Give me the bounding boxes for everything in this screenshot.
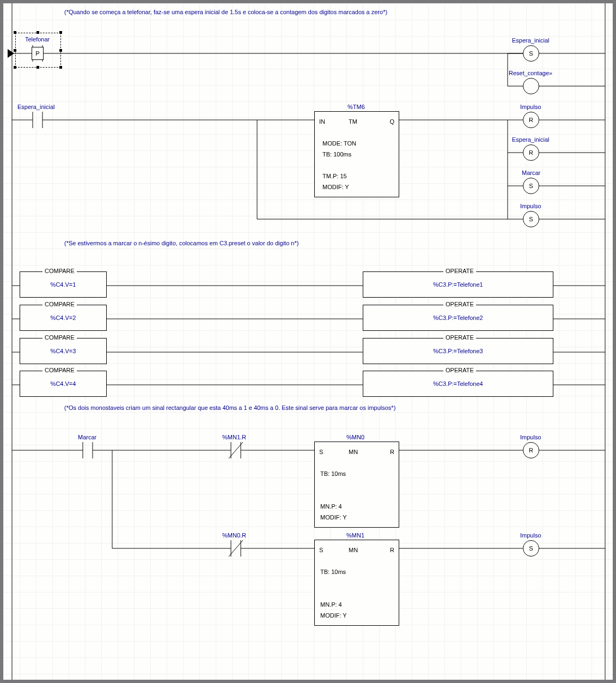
rung-comment-2: (*Se estivermos a marcar o n-ésimo digit…	[64, 240, 298, 246]
coil-set[interactable]: S	[523, 540, 539, 557]
mono-tb: TB: 10ms	[320, 470, 346, 477]
contact-label: Marcar	[78, 434, 96, 440]
compare-expr: %C4.V=4	[51, 380, 76, 387]
compare-block[interactable]: %C4.V=4	[20, 371, 107, 397]
rung-comment-1: (*Quando se começa a telefonar, faz-se u…	[64, 9, 387, 15]
coil-set[interactable]: S	[523, 211, 539, 227]
block-legend: COMPARE	[42, 301, 77, 307]
coil-label: Marcar	[522, 170, 540, 176]
mono-port-r: R	[390, 547, 394, 553]
mono-name: %MN0	[346, 434, 364, 440]
nc-contact-label: %MN1.R	[222, 434, 246, 440]
coil-label: Impulso	[520, 532, 541, 539]
block-legend: COMPARE	[42, 334, 77, 341]
timer-modif: MODIF: Y	[322, 184, 349, 190]
mono-port-r: R	[390, 449, 394, 455]
monostable-block[interactable]: S MN R TB: 10ms MN.P: 4 MODIF: Y	[314, 540, 399, 626]
timer-name: %TM6	[347, 104, 365, 110]
operate-block[interactable]: %C3.P:=Telefone2	[363, 305, 553, 331]
timer-port-q: Q	[389, 118, 394, 125]
block-legend: COMPARE	[42, 268, 77, 274]
nc-contact-label: %MN0.R	[222, 532, 246, 539]
ladder-editor-canvas: (*Quando se começa a telefonar, faz-se u…	[0, 0, 616, 683]
contact-label: Espera_inicial	[17, 104, 54, 110]
operate-block[interactable]: %C3.P:=Telefone3	[363, 338, 553, 364]
compare-expr: %C4.V=3	[51, 348, 76, 354]
timer-port-in: IN	[319, 118, 325, 125]
mono-type: MN	[349, 547, 358, 553]
operate-expr: %C3.P:=Telefone3	[433, 348, 483, 354]
block-legend: OPERATE	[443, 268, 476, 274]
mono-name: %MN1	[346, 532, 364, 539]
monostable-block[interactable]: S MN R TB: 10ms MN.P: 4 MODIF: Y	[314, 442, 399, 528]
operate-expr: %C3.P:=Telefone4	[433, 380, 483, 387]
mono-modif: MODIF: Y	[320, 514, 347, 521]
coil-label: Impulso	[520, 203, 541, 209]
timer-type: TM	[349, 118, 357, 125]
block-legend: OPERATE	[443, 367, 476, 373]
coil-label: Impulso	[520, 434, 541, 440]
block-legend: OPERATE	[443, 301, 476, 307]
timer-block[interactable]: IN TM Q MODE: TON TB: 100ms TM.P: 15 MOD…	[314, 111, 399, 197]
compare-block[interactable]: %C4.V=2	[20, 305, 107, 331]
coil-label: Impulso	[520, 104, 541, 110]
block-legend: COMPARE	[42, 367, 77, 373]
mono-port-s: S	[319, 547, 323, 553]
coil[interactable]	[523, 78, 539, 94]
compare-expr: %C4.V=1	[51, 281, 76, 288]
contact-wires	[3, 3, 74, 74]
mono-type: MN	[349, 449, 358, 455]
operate-block[interactable]: %C3.P:=Telefone1	[363, 271, 553, 298]
timer-tb: TB: 100ms	[322, 151, 351, 158]
coil-label: Reset_contage»	[509, 70, 552, 76]
compare-block[interactable]: %C4.V=3	[20, 338, 107, 364]
coil-label: Espera_inicial	[512, 136, 549, 143]
operate-expr: %C3.P:=Telefone2	[433, 315, 483, 321]
operate-expr: %C3.P:=Telefone1	[433, 281, 483, 288]
timer-tmp: TM.P: 15	[322, 173, 347, 179]
operate-block[interactable]: %C3.P:=Telefone4	[363, 371, 553, 397]
mono-port-s: S	[319, 449, 323, 455]
rung-comment-3: (*Os dois monostaveis criam um sinal rec…	[64, 404, 395, 411]
coil-set[interactable]: S	[523, 45, 539, 62]
mono-mnp: MN.P: 4	[320, 503, 342, 510]
block-legend: OPERATE	[443, 334, 476, 341]
coil-label: Espera_inicial	[512, 37, 549, 44]
coil-set[interactable]: S	[523, 178, 539, 194]
mono-mnp: MN.P: 4	[320, 601, 342, 608]
mono-modif: MODIF: Y	[320, 612, 347, 619]
timer-mode: MODE: TON	[322, 140, 356, 147]
mono-tb: TB: 10ms	[320, 569, 346, 575]
coil-reset[interactable]: R	[523, 442, 539, 458]
compare-block[interactable]: %C4.V=1	[20, 271, 107, 298]
coil-reset[interactable]: R	[523, 144, 539, 161]
coil-reset[interactable]: R	[523, 112, 539, 128]
compare-expr: %C4.V=2	[51, 315, 76, 321]
